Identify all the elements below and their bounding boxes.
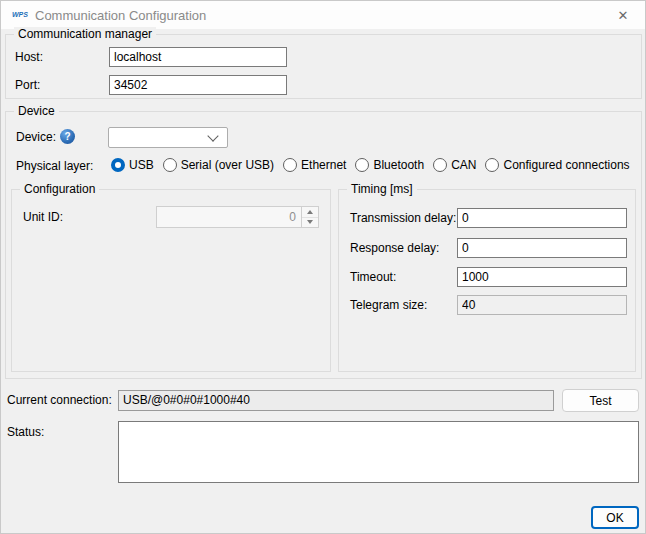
- radio-configured-connections-label: Configured connections: [503, 158, 629, 172]
- device-select[interactable]: [108, 127, 228, 148]
- radio-ethernet[interactable]: Ethernet: [283, 158, 346, 172]
- communication-manager-group: Communication manager: [5, 34, 642, 99]
- status-label: Status:: [7, 422, 44, 442]
- window-title: Communication Configuration: [35, 8, 206, 23]
- port-input[interactable]: [109, 75, 287, 95]
- communication-configuration-dialog: WPS Communication Configuration ✕ Commun…: [0, 0, 646, 534]
- host-label: Host:: [15, 47, 43, 67]
- ok-button[interactable]: OK: [591, 506, 639, 529]
- radio-circle-icon: [283, 158, 297, 172]
- radio-bluetooth-label: Bluetooth: [373, 158, 424, 172]
- timeout-label: Timeout:: [350, 267, 396, 287]
- test-button[interactable]: Test: [562, 389, 639, 412]
- physical-layer-label: Physical layer:: [16, 156, 93, 176]
- radio-circle-icon: [433, 158, 447, 172]
- unit-id-spin-buttons: [301, 207, 318, 227]
- title-bar: WPS Communication Configuration ✕: [1, 1, 645, 29]
- radio-serial-over-usb[interactable]: Serial (over USB): [163, 158, 274, 172]
- response-delay-label: Response delay:: [350, 238, 439, 258]
- radio-circle-icon: [485, 158, 499, 172]
- radio-circle-icon: [111, 158, 125, 172]
- radio-can-label: CAN: [451, 158, 476, 172]
- device-legend: Device: [14, 104, 59, 118]
- radio-configured-connections[interactable]: Configured connections: [485, 158, 629, 172]
- current-connection-label: Current connection:: [7, 390, 112, 410]
- radio-usb-label: USB: [129, 158, 154, 172]
- transmission-delay-label: Transmission delay:: [350, 208, 456, 228]
- help-icon[interactable]: ?: [60, 129, 75, 144]
- unit-id-value: 0: [157, 207, 301, 227]
- telegram-size-input: [457, 295, 627, 315]
- spin-up-button[interactable]: [302, 207, 318, 217]
- response-delay-input[interactable]: [457, 238, 627, 258]
- triangle-up-icon: [307, 210, 313, 214]
- radio-circle-icon: [355, 158, 369, 172]
- communication-manager-legend: Communication manager: [14, 27, 156, 41]
- transmission-delay-input[interactable]: [457, 208, 627, 228]
- host-input[interactable]: [109, 47, 287, 67]
- close-icon[interactable]: ✕: [601, 1, 645, 29]
- configuration-legend: Configuration: [20, 182, 99, 196]
- unit-id-label: Unit ID:: [23, 207, 63, 227]
- spin-down-button[interactable]: [302, 217, 318, 228]
- radio-usb[interactable]: USB: [111, 158, 154, 172]
- radio-can[interactable]: CAN: [433, 158, 476, 172]
- timeout-input[interactable]: [457, 267, 627, 287]
- status-textarea[interactable]: [118, 421, 639, 483]
- radio-ethernet-label: Ethernet: [301, 158, 346, 172]
- timing-legend: Timing [ms]: [347, 182, 417, 196]
- radio-bluetooth[interactable]: Bluetooth: [355, 158, 424, 172]
- port-label: Port:: [15, 75, 40, 95]
- radio-serial-label: Serial (over USB): [181, 158, 274, 172]
- chevron-down-icon: [207, 130, 218, 141]
- telegram-size-label: Telegram size:: [350, 295, 427, 315]
- device-label: Device:: [16, 127, 56, 147]
- unit-id-stepper: 0: [156, 206, 319, 228]
- app-logo-icon: WPS: [11, 8, 29, 22]
- radio-circle-icon: [163, 158, 177, 172]
- physical-layer-radio-group: USB Serial (over USB) Ethernet Bluetooth…: [111, 157, 630, 173]
- current-connection-value: USB/@0#0#0#1000#40: [118, 390, 554, 411]
- triangle-down-icon: [307, 220, 313, 224]
